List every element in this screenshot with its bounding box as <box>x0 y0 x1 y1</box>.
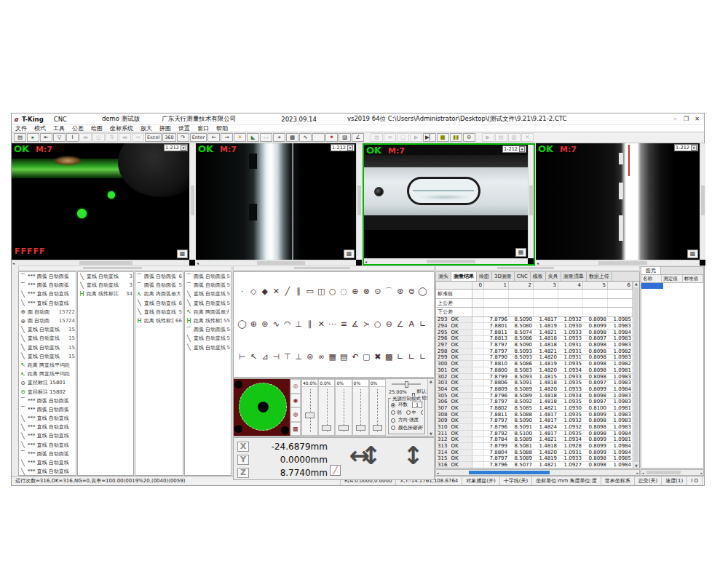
tab-3[interactable]: 3D测量 <box>492 272 515 281</box>
list-item[interactable]: ⌒圆弧自动圆弧5 <box>185 325 231 334</box>
light-bulb-button[interactable]: ☀ <box>234 133 246 142</box>
camera-vscrollbar[interactable] <box>700 143 705 260</box>
ring-mode-icon-4[interactable]: ▩ <box>290 422 301 437</box>
list-item[interactable]: ╲*** 直线自动直线 <box>19 467 76 476</box>
camera-id-badge[interactable]: 1-212 ▾ <box>164 144 188 151</box>
lists-hscrollbar[interactable] <box>18 266 232 271</box>
updown-button[interactable]: ⇅ <box>106 133 118 142</box>
camera-hscrollbar[interactable]: ◂ <box>536 260 700 266</box>
table-row[interactable]: 310OK7.87968.50911.48241.09320.80981.098… <box>436 424 633 431</box>
scroll-thumb[interactable] <box>469 471 550 474</box>
chevron-down-icon[interactable]: ▾ <box>691 145 697 151</box>
camera-vscrollbar[interactable] <box>356 143 362 260</box>
tool-icon[interactable]: ◇ <box>248 286 260 298</box>
table-row[interactable]: 303OK7.88068.50911.48181.09350.80971.098… <box>436 380 633 386</box>
tool-icon[interactable]: A <box>406 319 418 330</box>
ring-mode-icon-2[interactable]: ◉ <box>290 394 301 408</box>
tool-icon[interactable]: ◯ <box>417 286 429 298</box>
light-slider-3[interactable]: 0% <box>335 379 352 436</box>
tool-icon[interactable]: ∥ <box>293 286 305 298</box>
ring-light-preview[interactable] <box>234 379 290 436</box>
scroll-thumb[interactable] <box>598 261 648 265</box>
scroll-thumb[interactable] <box>497 267 554 269</box>
tool-icon[interactable]: ⊗ <box>361 286 373 298</box>
table-row[interactable]: 309OK7.87978.50901.48171.09320.80981.098… <box>436 418 633 425</box>
table-row[interactable]: 308OK7.88118.50881.48171.09350.80991.098… <box>436 412 633 418</box>
tool-icon[interactable]: ▩ <box>384 351 395 363</box>
intensity-option-强[interactable]: 强 <box>421 410 423 416</box>
selected-row-highlight[interactable] <box>641 283 663 289</box>
chevron-down-icon[interactable]: ▾ <box>347 145 353 151</box>
tool-icon[interactable]: ⊣ <box>271 351 282 363</box>
tool-icon[interactable]: ∿ <box>271 319 282 330</box>
scroll-up-icon[interactable]: ▲ <box>428 379 434 383</box>
column-header-5[interactable]: 5 <box>583 282 608 289</box>
play-button[interactable]: ▶ <box>410 133 422 142</box>
tab-6[interactable]: 夹具 <box>546 272 561 281</box>
wave-button[interactable]: ∿ <box>299 133 312 142</box>
list-item[interactable]: ⌒圆弧自动圆弧5 <box>185 281 231 290</box>
slider-thumb[interactable] <box>356 425 365 431</box>
tool-icon[interactable]: ✕ <box>316 319 328 330</box>
camera-view-1[interactable]: OK M:7 FFFFF 1-212 ▾ ◂ ▦ <box>12 143 195 266</box>
list-item[interactable]: ↖距离两直线平均距 <box>19 370 76 378</box>
element-list[interactable] <box>641 283 704 469</box>
options-vscrollbar[interactable]: ▲▼ <box>427 379 434 436</box>
list-item[interactable]: ⌒圆弧自动圆弧5 <box>185 272 231 281</box>
tool-icon[interactable]: ⊢ <box>237 351 248 363</box>
stage-icon[interactable]: ▦ <box>687 250 698 258</box>
grid-vscrollbar[interactable]: ▲▼ <box>633 282 639 468</box>
table-row[interactable]: 305OK7.87968.50891.48181.09340.80981.098… <box>436 393 633 399</box>
list-item[interactable]: ╲直线自动直线5 <box>185 343 231 352</box>
menu-item-8[interactable]: 设置 <box>175 125 194 132</box>
table-row[interactable]: 304OK7.88098.50891.48201.09330.80991.098… <box>436 386 633 393</box>
tab-7[interactable]: 测量清单 <box>561 272 587 281</box>
menu-item-9[interactable]: 窗口 <box>194 125 213 132</box>
tool-icon[interactable]: ⊚ <box>304 351 316 363</box>
list-item[interactable]: ⌒圆弧自动圆弧6 <box>135 272 183 281</box>
tool-icon[interactable]: ⊖ <box>384 319 395 330</box>
enter-button[interactable]: Enter <box>190 133 207 142</box>
save-3-button[interactable]: ▤ <box>495 133 507 142</box>
scroll-left-icon[interactable]: ◂ <box>437 471 439 475</box>
magnifier-button[interactable]: ⌖ <box>273 133 285 142</box>
tab-0[interactable]: 测头 <box>436 272 451 281</box>
stage-move-button[interactable]: ⇤ <box>40 133 52 142</box>
scroll-thumb[interactable] <box>646 471 681 474</box>
table-row[interactable]: 299OK7.87908.50931.48201.09310.80981.098… <box>436 355 633 362</box>
ibeam-button[interactable]: Ⅰ <box>66 133 79 142</box>
stage-icon[interactable]: ▦ <box>344 250 355 258</box>
list-item[interactable]: ╲*** 直线自动直线 <box>19 290 76 298</box>
tool-icon[interactable]: ◌ <box>339 286 350 298</box>
list-item[interactable]: ╲直线自动直线6 <box>135 299 183 308</box>
list-item[interactable]: ⌒*** 圆弧自动圆弧 <box>19 405 76 414</box>
tool-icon[interactable]: ○ <box>372 319 384 330</box>
scroll-left-icon[interactable]: ◂ <box>537 260 539 266</box>
list-item[interactable]: ⊖直径标注15801 <box>19 378 76 387</box>
table-top-hscrollbar[interactable] <box>435 266 640 271</box>
blank-button[interactable] <box>312 133 325 142</box>
list-item[interactable]: ╲*** 直线自动直线 <box>19 414 76 423</box>
list-item[interactable]: ⌒*** 圆弧自动圆弧 <box>19 396 76 405</box>
table-row[interactable]: 298OK7.87978.50931.48211.09310.80981.098… <box>436 348 633 355</box>
tool-icon[interactable]: ◯ <box>237 319 248 330</box>
tool-icon[interactable]: ≻ <box>361 319 373 330</box>
stop-button[interactable]: ■ <box>437 133 449 142</box>
table-row[interactable]: 313OK7.87998.50811.48181.09280.80991.098… <box>436 443 633 450</box>
element-hscrollbar[interactable]: ◂▸ <box>641 469 704 476</box>
camera-view-4[interactable]: OK M:7 1-212 ▾ ◂ ▦ <box>536 143 705 266</box>
spec-row[interactable]: 下公差 <box>436 308 633 317</box>
tool-icon[interactable]: ⊤ <box>282 351 293 363</box>
list-item[interactable]: ⌒圆弧自动圆弧5 <box>135 281 183 290</box>
scroll-down-icon[interactable]: ▼ <box>633 463 639 468</box>
scroll-thumb[interactable] <box>701 186 705 216</box>
scroll-thumb[interactable] <box>634 287 638 462</box>
list-item[interactable]: ╲直线自动直线15 <box>19 343 76 352</box>
fixture-button[interactable]: ◫ <box>92 133 105 142</box>
spec-row[interactable]: 上公差 <box>436 299 633 308</box>
radio-icon[interactable] <box>406 410 411 415</box>
scroll-thumb[interactable] <box>427 260 476 263</box>
tab-1[interactable]: 测量结果 <box>451 272 477 281</box>
tool-icon[interactable]: ↶ <box>349 351 361 363</box>
list-item[interactable]: ╲直线自动直线5 <box>185 290 231 298</box>
